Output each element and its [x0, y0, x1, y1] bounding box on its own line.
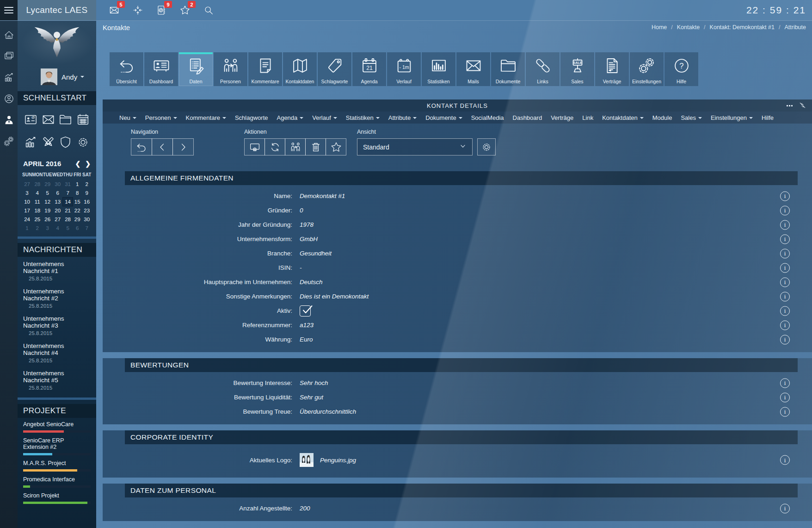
menu-dashboard[interactable]: Dashboard — [513, 114, 542, 121]
search-icon[interactable] — [203, 5, 214, 16]
calendar-day[interactable]: 7 — [82, 224, 92, 232]
project-item[interactable]: Angebot SenioCare — [18, 418, 96, 434]
ribbon-daten[interactable]: Daten — [179, 52, 213, 86]
ribbon-dokumente[interactable]: Dokumente — [491, 52, 525, 86]
calendar-day[interactable]: 24 — [22, 215, 32, 224]
info-icon[interactable]: i — [780, 277, 790, 287]
rail-gears-icon[interactable] — [2, 134, 16, 149]
converge-icon[interactable] — [132, 5, 143, 16]
calendar-day[interactable]: 22 — [73, 206, 82, 215]
calendar-day[interactable]: 23 — [82, 206, 92, 215]
calendar-day[interactable]: 29 — [73, 215, 82, 224]
quickstart-contact-card-icon[interactable]: @ — [24, 112, 38, 127]
ribbon-links[interactable]: Links — [526, 52, 560, 86]
calendar-day[interactable]: 2 — [32, 224, 43, 232]
calendar-day[interactable]: 19 — [43, 206, 52, 215]
quickstart-mail-icon[interactable] — [41, 112, 55, 127]
calendar-day[interactable]: 4 — [52, 224, 63, 232]
rail-home-icon[interactable] — [2, 28, 16, 42]
calendar-day[interactable]: 18 — [32, 206, 43, 215]
info-icon[interactable]: i — [780, 392, 790, 402]
ribbon-bersicht[interactable]: Übersicht — [110, 52, 143, 86]
delete-button[interactable] — [305, 138, 326, 155]
calendar-day[interactable]: 6 — [52, 189, 63, 197]
ribbon-einstellungen[interactable]: Einstellungen — [630, 52, 664, 86]
transfer-button[interactable] — [285, 138, 306, 155]
calendar-day[interactable]: 11 — [32, 198, 43, 206]
calendar-day[interactable]: 28 — [63, 215, 73, 224]
calendar-day[interactable]: 1 — [22, 224, 32, 232]
ribbon-verlauf[interactable]: - 1mVerlauf — [387, 52, 421, 86]
rail-windows-icon[interactable] — [2, 49, 16, 63]
info-icon[interactable]: i — [780, 335, 790, 344]
info-icon[interactable]: i — [780, 306, 790, 316]
calendar-day[interactable]: 5 — [43, 189, 52, 197]
info-icon[interactable]: i — [780, 455, 790, 465]
calendar-day[interactable]: 29 — [43, 180, 52, 188]
info-icon[interactable]: i — [780, 378, 790, 388]
addressbook-icon[interactable]: @9 — [156, 5, 167, 16]
menu-personen[interactable]: Personen — [145, 114, 177, 121]
calendar-day[interactable]: 20 — [52, 206, 63, 215]
next-button[interactable] — [172, 138, 194, 155]
view-settings-button[interactable] — [477, 138, 496, 155]
menu-dokumente[interactable]: Dokumente — [425, 114, 462, 121]
quickstart-calendar-icon[interactable] — [76, 112, 90, 127]
quickstart-dokumente-icon[interactable] — [58, 112, 73, 127]
info-icon[interactable]: i — [780, 320, 790, 330]
menu-neu[interactable]: Neu — [119, 114, 136, 121]
menu-attribute[interactable]: Attribute — [388, 114, 417, 121]
calendar-day[interactable]: 27 — [22, 180, 32, 188]
calendar-day[interactable]: 5 — [63, 224, 73, 232]
ribbon-agenda[interactable]: 21Agenda — [352, 52, 386, 86]
menu-verlauf[interactable]: Verlauf — [312, 114, 337, 121]
view-select[interactable]: Standard — [357, 138, 473, 155]
calendar-day[interactable]: 15 — [73, 198, 82, 206]
menu-statistiken[interactable]: Statistiken — [346, 114, 380, 121]
ribbon-mails[interactable]: Mails — [456, 52, 490, 86]
info-icon[interactable]: i — [780, 220, 790, 230]
calendar-day[interactable]: 30 — [82, 215, 92, 224]
ribbon-statistiken[interactable]: Statistiken — [422, 52, 455, 86]
calendar-day[interactable]: 3 — [22, 189, 32, 197]
undo-button[interactable] — [131, 138, 152, 155]
menu-vertr-ge[interactable]: Verträge — [551, 114, 573, 121]
star-icon[interactable]: 2 — [179, 5, 191, 16]
quickstart-chart-icon[interactable] — [24, 135, 38, 149]
calendar-day[interactable]: 31 — [63, 180, 73, 188]
aktiv-checkbox-checked[interactable] — [300, 305, 311, 317]
ribbon-personen[interactable]: Personen — [214, 52, 247, 86]
breadcrumb-item[interactable]: Attribute — [784, 24, 806, 31]
favorite-button[interactable] — [326, 138, 346, 155]
ribbon-schlagworte[interactable]: Schlagworte — [318, 52, 351, 86]
calendar-day[interactable]: 4 — [32, 189, 43, 197]
calendar-day[interactable]: 6 — [73, 224, 82, 232]
calendar-day[interactable]: 26 — [43, 215, 52, 224]
hamburger-menu-icon[interactable] — [0, 0, 18, 20]
ribbon-kommentare[interactable]: Kommentare — [248, 52, 282, 86]
ribbon-kontaktdaten[interactable]: Kontaktdaten — [283, 52, 317, 86]
calendar-day[interactable]: 17 — [22, 206, 32, 215]
breadcrumb-item[interactable]: Kontakt: Demokontakt #1 — [710, 24, 775, 31]
calendar-prev-button[interactable]: ❮ — [75, 160, 81, 168]
info-icon[interactable]: i — [780, 248, 790, 258]
menu-einstellungen[interactable]: Einstellungen — [711, 114, 753, 121]
rail-person-icon[interactable] — [2, 113, 16, 127]
menu-socialmedia[interactable]: SocialMedia — [471, 114, 504, 121]
calendar-day[interactable]: 13 — [52, 198, 63, 206]
info-icon[interactable]: i — [780, 263, 790, 273]
news-item[interactable]: Unternehmens Nachricht #125.8.2015 — [18, 257, 96, 284]
ribbon-vertr-ge[interactable]: Verträge — [595, 52, 629, 86]
info-icon[interactable]: i — [780, 407, 790, 416]
menu-kontaktdaten[interactable]: Kontaktdaten — [602, 114, 644, 121]
logo-thumbnail[interactable] — [300, 453, 314, 467]
more-icon[interactable] — [787, 101, 793, 106]
project-item[interactable]: Promedica Interface — [18, 473, 96, 489]
calendar-day[interactable]: 1 — [73, 180, 82, 188]
news-item[interactable]: Unternehmens Nachricht #425.8.2015 — [18, 339, 96, 366]
project-item[interactable]: Sciron Projekt — [18, 489, 96, 505]
rail-chart-icon[interactable] — [2, 70, 16, 85]
menu-agenda[interactable]: Agenda — [277, 114, 303, 121]
menu-link[interactable]: Link — [582, 114, 593, 121]
menu-kommentare[interactable]: Kommentare — [186, 114, 226, 121]
